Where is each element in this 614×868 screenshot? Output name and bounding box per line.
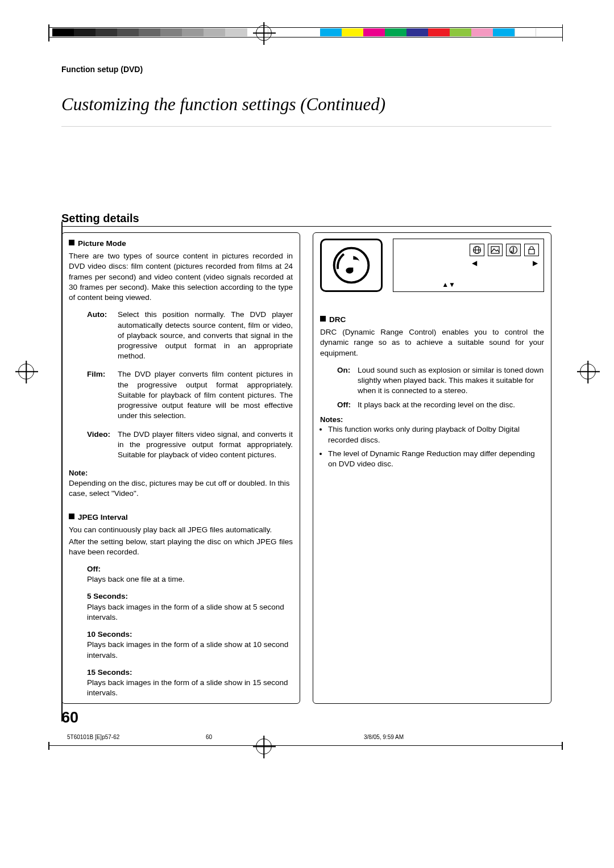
drc-intro: DRC (Dynamic Range Control) enables you … [320, 327, 544, 358]
grayscale-calibration-bar [52, 28, 268, 36]
globe-icon [470, 244, 484, 256]
square-bullet-icon [69, 240, 74, 245]
drc-option-off: Off: It plays back at the recording leve… [320, 400, 544, 410]
disc-note-icon [333, 247, 370, 284]
page-content: Function setup (DVD) Customizing the fun… [61, 57, 551, 704]
lock-icon [524, 244, 539, 256]
footer-file: 5T60101B [E]p57-62 [67, 734, 119, 740]
option-video: Video: The DVD player filters video sign… [69, 429, 293, 461]
left-margin-rule [61, 222, 63, 721]
jpeg-interval-title: JPEG Interval [69, 512, 293, 523]
footer-page: 60 [206, 734, 212, 740]
option-auto: Auto: Select this position normally. The… [69, 310, 293, 361]
note-item: The level of Dynamic Range Reduction may… [328, 449, 544, 469]
note-item: This function works only during playback… [328, 424, 544, 445]
picture-mode-title: Picture Mode [69, 239, 293, 249]
notes-list: This function works only during playback… [320, 424, 544, 469]
registration-mark-icon [256, 25, 272, 41]
note-text: Depending on the disc, pictures may be c… [69, 478, 293, 499]
image-icon [488, 244, 503, 256]
crop-tick [48, 742, 49, 750]
crop-tick [562, 742, 563, 750]
right-column: ▲▼ DRC DRC (Dynamic Range Control) enabl… [313, 232, 551, 704]
jpeg-option: Off: Plays back one file at a time. [69, 564, 293, 585]
heading-rule [61, 226, 551, 227]
footer-date: 3/8/05, 9:59 AM [364, 734, 404, 740]
drc-title: DRC [320, 315, 544, 325]
square-bullet-icon [320, 316, 326, 322]
registration-mark-icon [580, 364, 596, 379]
page-title: Customizing the function settings (Conti… [61, 94, 551, 115]
osd-disc-icon [320, 239, 383, 292]
left-right-arrows-icon [472, 258, 539, 268]
jpeg-option: 10 Seconds: Plays back images in the for… [69, 629, 293, 661]
jpeg-option: 5 Seconds: Plays back images in the form… [69, 591, 293, 623]
svg-point-0 [334, 248, 369, 283]
option-film: Film: The DVD player converts film conte… [69, 369, 293, 421]
up-down-arrows-icon: ▲▼ [442, 280, 455, 289]
osd-illustration: ▲▼ [320, 239, 544, 292]
jpeg-intro-1: You can continuously play back all JPEG … [69, 525, 293, 535]
section-header: Function setup (DVD) [61, 65, 551, 74]
square-bullet-icon [69, 514, 74, 519]
jpeg-option: 15 Seconds: Plays back images in the for… [69, 667, 293, 699]
page-number: 60 [61, 709, 78, 727]
title-rule [61, 126, 551, 127]
note-label: Note: [69, 468, 293, 478]
registration-mark-icon [18, 364, 34, 379]
crop-marks-bottom [48, 745, 563, 746]
audio-icon-selected [506, 244, 521, 256]
notes-label: Notes: [320, 415, 544, 425]
color-calibration-bar [320, 28, 536, 36]
osd-menu-panel: ▲▼ [393, 239, 544, 292]
left-column: Picture Mode There are two types of sour… [61, 232, 300, 704]
drc-option-on: On: Loud sound such as explosion or simi… [320, 365, 544, 397]
setting-details-heading: Setting details [61, 212, 551, 225]
svg-rect-6 [529, 249, 534, 254]
jpeg-intro-2: After the setting below, start playing t… [69, 537, 293, 557]
registration-mark-icon [256, 738, 272, 754]
picture-mode-intro: There are two types of source content in… [69, 251, 293, 303]
